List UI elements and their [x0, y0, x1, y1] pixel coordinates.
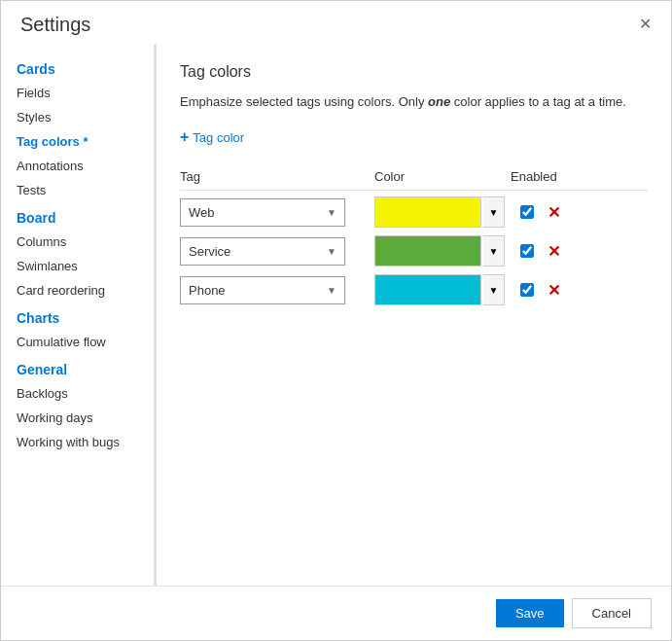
table-row: Phone ▼ ▼ ✕	[180, 274, 648, 305]
sidebar-item-card-reordering[interactable]: Card reordering	[1, 278, 154, 303]
color-picker-service: ▼	[374, 235, 511, 267]
sidebar-item-columns[interactable]: Columns	[1, 230, 154, 254]
sidebar-item-working-days[interactable]: Working days	[1, 406, 154, 430]
close-button[interactable]: ✕	[635, 13, 655, 36]
dialog-body: Cards Fields Styles Tag colors * Annotat…	[1, 44, 671, 586]
color-picker-phone: ▼	[374, 274, 511, 305]
tag-value-service: Service	[189, 244, 230, 259]
enabled-cell-service: ✕	[511, 240, 588, 263]
col-header-enabled: Enabled	[511, 169, 588, 184]
color-swatch-service[interactable]	[374, 235, 481, 267]
main-content: Tag colors Emphasize selected tags using…	[157, 44, 671, 586]
color-swatch-web[interactable]	[374, 196, 481, 228]
sidebar-item-tests[interactable]: Tests	[1, 178, 154, 202]
chevron-down-icon: ▼	[327, 207, 336, 218]
color-dropdown-button-web[interactable]: ▼	[483, 196, 505, 228]
description-text-after: color applies to a tag at a time.	[450, 94, 626, 109]
plus-icon: +	[180, 128, 189, 146]
sidebar-item-tag-colors[interactable]: Tag colors *	[1, 129, 157, 154]
enabled-cell-phone: ✕	[511, 279, 588, 302]
enabled-cell-web: ✕	[511, 201, 588, 224]
dialog-header: Settings ✕	[1, 1, 671, 44]
sidebar-item-styles[interactable]: Styles	[1, 105, 154, 129]
section-title: Tag colors	[180, 63, 648, 81]
sidebar-section-general: General	[1, 354, 154, 381]
col-header-color: Color	[374, 169, 511, 184]
cancel-button[interactable]: Cancel	[572, 598, 652, 628]
description: Emphasize selected tags using colors. On…	[180, 94, 648, 109]
col-header-tag: Tag	[180, 169, 374, 184]
delete-button-phone[interactable]: ✕	[544, 279, 564, 302]
tag-dropdown-service[interactable]: Service ▼	[180, 237, 345, 266]
sidebar-item-cumulative-flow[interactable]: Cumulative flow	[1, 330, 154, 354]
chevron-down-icon: ▼	[327, 285, 336, 296]
dialog-footer: Save Cancel	[1, 586, 671, 640]
description-text-before: Emphasize selected tags using colors. On…	[180, 94, 428, 109]
table-row: Service ▼ ▼ ✕	[180, 235, 648, 267]
save-button[interactable]: Save	[496, 599, 564, 627]
chevron-down-icon: ▼	[489, 246, 499, 257]
color-dropdown-button-service[interactable]: ▼	[483, 235, 505, 267]
description-highlight: one	[428, 94, 450, 109]
color-dropdown-button-phone[interactable]: ▼	[483, 274, 505, 305]
enabled-checkbox-web[interactable]	[520, 205, 534, 219]
sidebar-item-fields[interactable]: Fields	[1, 81, 154, 105]
tag-dropdown-web[interactable]: Web ▼	[180, 198, 345, 227]
chevron-down-icon: ▼	[489, 285, 499, 296]
tag-dropdown-phone[interactable]: Phone ▼	[180, 276, 345, 304]
chevron-down-icon: ▼	[327, 246, 336, 257]
chevron-down-icon: ▼	[489, 207, 499, 218]
sidebar-section-charts: Charts	[1, 303, 154, 330]
add-tag-label: Tag color	[193, 130, 244, 145]
sidebar: Cards Fields Styles Tag colors * Annotat…	[1, 44, 157, 586]
color-swatch-phone[interactable]	[374, 274, 481, 305]
sidebar-section-board: Board	[1, 202, 154, 230]
add-tag-button[interactable]: + Tag color	[180, 125, 244, 150]
table-row: Web ▼ ▼ ✕	[180, 196, 648, 228]
settings-dialog: Settings ✕ Cards Fields Styles Tag color…	[0, 0, 672, 641]
color-picker-web: ▼	[374, 196, 511, 228]
sidebar-item-annotations[interactable]: Annotations	[1, 154, 154, 178]
tag-value-phone: Phone	[189, 283, 226, 298]
enabled-checkbox-service[interactable]	[520, 244, 534, 258]
sidebar-item-working-with-bugs[interactable]: Working with bugs	[1, 430, 154, 454]
sidebar-section-cards: Cards	[1, 53, 154, 81]
sidebar-item-swimlanes[interactable]: Swimlanes	[1, 254, 154, 278]
dialog-title: Settings	[20, 14, 90, 36]
enabled-checkbox-phone[interactable]	[520, 283, 534, 297]
sidebar-item-backlogs[interactable]: Backlogs	[1, 381, 154, 406]
tag-table-header: Tag Color Enabled	[180, 165, 648, 191]
tag-value-web: Web	[189, 205, 215, 220]
delete-button-service[interactable]: ✕	[544, 240, 564, 263]
delete-button-web[interactable]: ✕	[544, 201, 564, 224]
